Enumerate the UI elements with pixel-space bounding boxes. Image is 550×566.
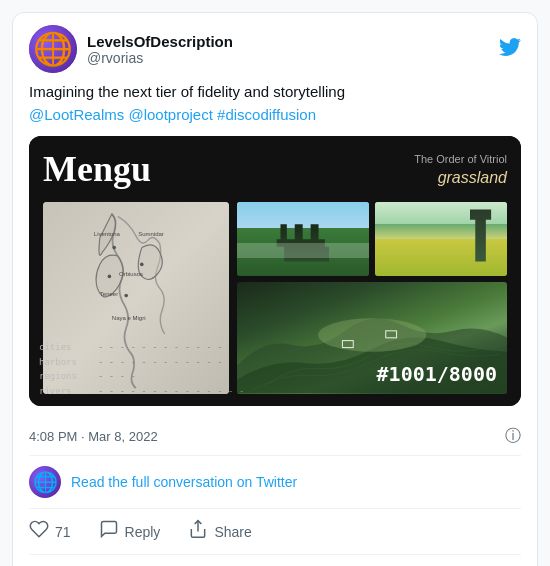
terrain-section: #1001/8000 (237, 282, 507, 394)
number-badge: #1001/8000 (377, 362, 497, 386)
tweet-link[interactable]: @LootRealms @lootproject #discodiffusion (29, 106, 316, 123)
share-icon (188, 519, 208, 544)
svg-point-2 (124, 294, 128, 298)
svg-text:Liventona: Liventona (94, 231, 121, 237)
tweet-image: Mengu The Order of Vitriol grassland (29, 136, 521, 406)
user-names: LevelsOfDescription @rvorias (87, 33, 233, 66)
timestamp: 4:08 PM · Mar 8, 2022 (29, 429, 158, 444)
svg-text:Teneer: Teneer (100, 291, 118, 297)
vitriol-label: The Order of Vitriol (414, 152, 507, 167)
biome-label: grassland (414, 169, 507, 187)
avatar-globe-icon (29, 25, 77, 73)
svg-point-1 (140, 263, 144, 267)
tweet-header: LevelsOfDescription @rvorias (29, 25, 521, 73)
legend-regions: regions - - - - (39, 369, 244, 383)
reply-icon (99, 519, 119, 544)
svg-point-9 (318, 319, 426, 352)
image-inner: Mengu The Order of Vitriol grassland (29, 136, 521, 406)
reply-label: Reply (125, 524, 161, 540)
right-images: #1001/8000 (237, 202, 507, 394)
timestamp-row: 4:08 PM · Mar 8, 2022 ⓘ (29, 418, 521, 456)
scene-image-1 (237, 202, 369, 276)
like-button[interactable]: 71 (29, 519, 71, 544)
tweet-text: Imagining the next tier of fidelity and … (29, 81, 521, 126)
legend-rivers: rivers - - - - - - - - - - - - - - (39, 384, 244, 398)
actions-row: 71 Reply S (29, 509, 521, 555)
share-button[interactable]: Share (188, 519, 251, 544)
legend-cities: cities - - - - - - - - - - - - (39, 340, 244, 354)
svg-point-0 (112, 246, 116, 250)
conversation-row[interactable]: 🌐 Read the full conversation on Twitter (29, 456, 521, 509)
image-title: Mengu (43, 148, 151, 190)
svg-text:Orbiusos: Orbiusos (119, 271, 143, 277)
twitter-logo-icon (499, 36, 521, 62)
share-label: Share (214, 524, 251, 540)
small-avatar: 🌐 (29, 466, 61, 498)
info-icon[interactable]: ⓘ (505, 426, 521, 447)
svg-text:Naya e Migri: Naya e Migri (112, 315, 146, 321)
svg-text:Sumnidar: Sumnidar (138, 231, 164, 237)
display-name: LevelsOfDescription (87, 33, 233, 50)
user-info: LevelsOfDescription @rvorias (29, 25, 233, 73)
tweet-card: LevelsOfDescription @rvorias Imagining t… (12, 12, 538, 566)
legend-section: cities - - - - - - - - - - - - harbors -… (39, 340, 244, 398)
top-images (237, 202, 507, 276)
avatar (29, 25, 77, 73)
conversation-link[interactable]: Read the full conversation on Twitter (71, 474, 297, 490)
like-count: 71 (55, 524, 71, 540)
scene-image-2 (375, 202, 507, 276)
svg-point-3 (108, 275, 112, 279)
reply-button[interactable]: Reply (99, 519, 161, 544)
read-replies-bar[interactable]: Read 2 replies (13, 555, 537, 566)
tweet-body: LevelsOfDescription @rvorias Imagining t… (13, 13, 537, 555)
heart-icon (29, 519, 49, 544)
handle: @rvorias (87, 50, 233, 66)
legend-harbors: harbors - - - - - - - - - - - - (39, 355, 244, 369)
